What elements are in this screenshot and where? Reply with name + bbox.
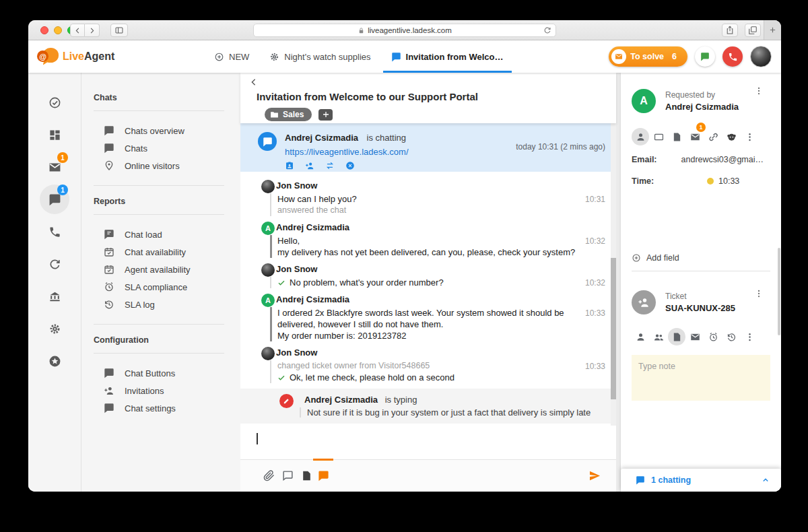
ticket-notes-button[interactable]	[668, 328, 686, 345]
requester-link-button[interactable]	[704, 128, 722, 145]
address-bar[interactable]: liveagentlive.ladesk.com	[253, 24, 556, 37]
menu-item-chat-settings[interactable]: Chat settings	[94, 399, 224, 417]
menu-item-invitations[interactable]: Invitations	[94, 382, 224, 399]
menu-item-chat-availability[interactable]: Chat availability	[94, 243, 224, 261]
chatting-statusbar[interactable]: 1 chatting	[621, 469, 781, 492]
ticket-history-button[interactable]	[722, 328, 741, 345]
divider	[94, 214, 224, 215]
contact-card-icon[interactable]	[285, 161, 294, 170]
ticket-more-button[interactable]	[741, 328, 759, 345]
end-chat-icon[interactable]	[345, 161, 355, 170]
phone-icon	[728, 52, 738, 62]
people-icon	[654, 332, 664, 342]
details-panel: A Requested by Andrej Csizmadia 1	[621, 73, 781, 492]
tabs-overview-icon	[748, 26, 758, 35]
chat-bubble-icon	[263, 137, 273, 147]
chatting-banner: Andrej Csizmadia is chatting https://liv…	[240, 123, 616, 172]
chevron-right-icon	[88, 26, 96, 35]
rail-item-tickets[interactable]	[38, 86, 71, 119]
rail-item-settings[interactable]	[38, 312, 71, 345]
menu-item-agent-availability[interactable]: Agent availability	[94, 261, 224, 278]
to-solve-button[interactable]: To solve 6	[609, 46, 687, 67]
menu-item-chat-load[interactable]: Chat load	[94, 226, 224, 243]
message: Jon Snow No problem, what's your order n…	[240, 263, 616, 288]
rail-item-chats[interactable]: 1	[38, 183, 71, 215]
requester-mail-button[interactable]: 1	[686, 128, 704, 145]
tab-new[interactable]: NEW	[214, 40, 249, 73]
ticket-actions	[632, 328, 781, 345]
ticket-menu-button[interactable]	[754, 289, 764, 301]
liveagent-logo[interactable]: @ LiveAgent	[37, 46, 114, 67]
ticket-reminder-button[interactable]	[704, 328, 722, 345]
status-dot	[707, 178, 714, 185]
menu-item-online-visitors[interactable]: Online visitors	[94, 157, 224, 174]
chat-scrollbar-thumb[interactable]	[611, 258, 616, 399]
browser-forward-button[interactable]	[85, 24, 100, 37]
rail-item-academy[interactable]	[38, 280, 71, 312]
menu-item-chats[interactable]: Chats	[94, 139, 224, 157]
ticket-mail-button[interactable]	[686, 328, 704, 345]
tab-nights-watch-supplies[interactable]: Night's watch supplies	[269, 40, 370, 73]
panel-scrollbar-thumb[interactable]	[778, 248, 780, 335]
department-tag-sales[interactable]: Sales	[265, 108, 312, 121]
chevron-up-icon[interactable]	[761, 475, 770, 485]
jon-snow-avatar	[261, 347, 275, 360]
note-input[interactable]: Type note	[632, 355, 770, 401]
back-icon[interactable]	[248, 77, 259, 88]
menu-item-chats-overview[interactable]: Chats overview	[94, 122, 224, 139]
message-mode-button[interactable]	[282, 470, 294, 484]
reload-icon[interactable]	[543, 26, 551, 34]
paperclip-icon	[263, 470, 275, 481]
reply-input[interactable]	[240, 426, 616, 459]
requested-by-label: Requested by	[665, 89, 768, 100]
menu-item-sla-log[interactable]: SLA log	[94, 296, 224, 313]
browser-tabs-button[interactable]	[745, 24, 761, 37]
calls-button[interactable]	[722, 46, 743, 67]
star-circle-icon	[48, 355, 61, 368]
requester-menu-button[interactable]	[754, 86, 764, 98]
chat-badge: 1	[57, 185, 68, 195]
ticket-people-button[interactable]	[650, 328, 668, 345]
close-window-button[interactable]	[40, 26, 48, 34]
chat-icon	[104, 368, 114, 378]
agent-avatar[interactable]	[750, 46, 772, 67]
menu-item-sla-compliance[interactable]: SLA compliance	[94, 278, 224, 296]
add-field-button[interactable]: Add field	[632, 253, 781, 263]
tab-invitation-active[interactable]: Invitation from Welco…	[391, 40, 504, 73]
alarm-clock-icon	[104, 281, 114, 292]
attach-file-button[interactable]	[263, 470, 275, 484]
browser-share-button[interactable]	[722, 24, 738, 37]
menu-item-chat-buttons[interactable]: Chat Buttons	[94, 364, 224, 382]
send-button[interactable]	[588, 469, 601, 485]
chat-scrollbar[interactable]	[611, 123, 616, 426]
requester-mailchimp-button[interactable]	[722, 128, 741, 145]
person-add-icon[interactable]	[305, 161, 314, 170]
chats-online-button[interactable]	[695, 46, 715, 67]
browser-new-tab-button[interactable]	[764, 20, 781, 40]
browser-sidebar-button[interactable]	[110, 24, 128, 37]
rail-item-dashboard[interactable]	[38, 119, 71, 151]
add-tag-button[interactable]	[318, 109, 333, 121]
tab-new-label: NEW	[229, 52, 249, 62]
chat-mode-button-active[interactable]	[318, 470, 329, 484]
typing-text: Not sure if it is bug in your system or …	[300, 407, 616, 418]
transfer-arrows-icon[interactable]	[325, 161, 335, 170]
requester-more-button[interactable]	[741, 128, 759, 145]
tab-nights-watch-label: Night's watch supplies	[284, 52, 370, 62]
plus-icon	[322, 110, 330, 119]
typing-preview: Andrej Csizmadia is typing Not sure if i…	[240, 389, 616, 424]
rail-item-calls[interactable]	[38, 215, 71, 248]
minimize-window-button[interactable]	[54, 26, 62, 34]
browser-back-button[interactable]	[70, 24, 85, 37]
screen: liveagentlive.ladesk.com @ LiveAgent	[0, 0, 808, 532]
ticket-profile-button[interactable]	[632, 328, 650, 345]
requester-card-button[interactable]	[650, 128, 668, 145]
requester-notes-button[interactable]	[668, 128, 686, 145]
rail-item-mail[interactable]: 1	[38, 151, 71, 183]
requester-profile-button[interactable]	[632, 128, 650, 145]
history-clock-icon	[727, 332, 737, 342]
note-mode-button[interactable]	[301, 470, 312, 484]
rail-item-starred[interactable]	[38, 345, 71, 377]
dashboard-icon	[48, 129, 61, 141]
rail-item-sync[interactable]	[38, 248, 71, 280]
